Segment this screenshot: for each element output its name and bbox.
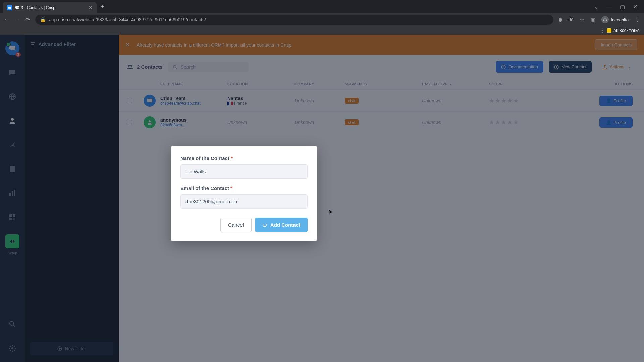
tab-close-icon[interactable]: ✕ [89, 5, 93, 10]
folder-icon [607, 28, 611, 33]
email-input[interactable] [180, 194, 308, 209]
app-root: 3 Setup Advanced Filter New Filter ✕ Alr… [0, 35, 644, 362]
favicon [7, 5, 12, 10]
window-controls: ⌄ — ▢ ✕ [594, 4, 641, 10]
browser-tab[interactable]: 💬 3 - Contacts | Crisp ✕ [3, 2, 97, 13]
email-field-label: Email of the Contact * [180, 185, 308, 191]
incognito-badge[interactable]: Incognito [601, 16, 629, 23]
add-contact-dialog: Name of the Contact * Email of the Conta… [171, 146, 317, 241]
eye-off-icon[interactable]: 👁 [568, 17, 574, 23]
password-key-icon[interactable]: ⬮ [559, 17, 562, 23]
name-input[interactable] [180, 164, 308, 179]
maximize-icon[interactable]: ▢ [620, 4, 625, 10]
svg-point-19 [263, 223, 266, 227]
menu-dots-icon[interactable]: ⋮ [635, 17, 640, 23]
all-bookmarks-link[interactable]: ⋮ All Bookmarks [601, 28, 639, 33]
tabs-dropdown-icon[interactable]: ⌄ [594, 4, 598, 10]
lock-icon: 🔒 [40, 17, 46, 22]
address-bar[interactable]: 🔒 app.crisp.chat/website/6833ae5b-844d-4… [35, 15, 553, 25]
extensions-icon[interactable]: ▣ [590, 17, 595, 23]
forward-icon[interactable]: → [15, 17, 20, 23]
bookmarks-bar: ⋮ All Bookmarks [0, 26, 644, 35]
reload-icon[interactable]: ⟳ [25, 17, 30, 23]
incognito-label: Incognito [611, 17, 629, 22]
url-text: app.crisp.chat/website/6833ae5b-844d-4c9… [49, 17, 206, 22]
modal-overlay[interactable] [0, 35, 644, 362]
minimize-icon[interactable]: — [606, 4, 612, 10]
tab-title: 💬 3 - Contacts | Crisp [15, 5, 86, 10]
all-bookmarks-label: All Bookmarks [613, 28, 639, 33]
new-tab-button[interactable]: + [101, 3, 104, 10]
cancel-button[interactable]: Cancel [220, 218, 252, 232]
bookmark-star-icon[interactable]: ☆ [580, 17, 584, 23]
close-window-icon[interactable]: ✕ [633, 4, 637, 10]
submit-label: Add Contact [270, 222, 300, 228]
back-icon[interactable]: ← [4, 17, 9, 23]
add-contact-submit-button[interactable]: Add Contact [255, 218, 308, 232]
address-bar-row: ← → ⟳ 🔒 app.crisp.chat/website/6833ae5b-… [0, 13, 644, 26]
incognito-icon [601, 16, 609, 23]
tab-bar: 💬 3 - Contacts | Crisp ✕ + ⌄ — ▢ ✕ [0, 0, 644, 13]
name-field-label: Name of the Contact * [180, 155, 308, 161]
spinner-icon [262, 223, 267, 227]
browser-chrome: 💬 3 - Contacts | Crisp ✕ + ⌄ — ▢ ✕ ← → ⟳… [0, 0, 644, 35]
